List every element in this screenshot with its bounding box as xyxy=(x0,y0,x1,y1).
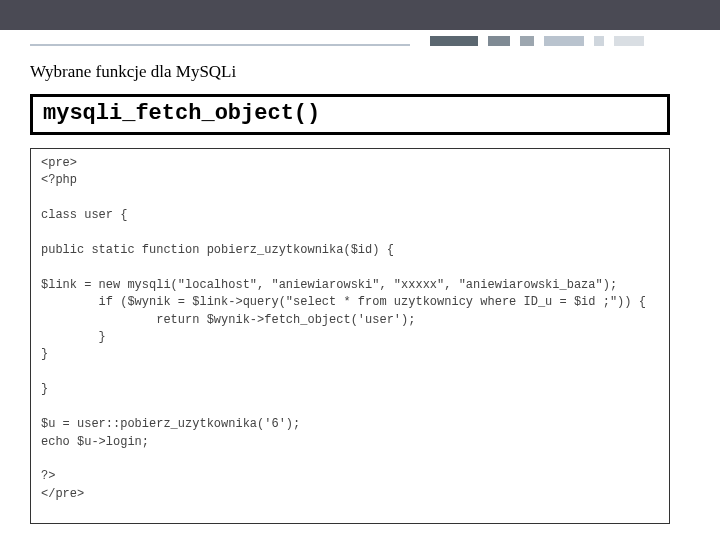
header-stripe xyxy=(0,0,720,30)
accent-bar xyxy=(614,36,644,46)
header-accent-bars xyxy=(430,36,644,50)
code-line: ?> xyxy=(41,469,55,483)
accent-bar xyxy=(544,36,584,46)
code-line: $u = user::pobierz_uzytkownika('6'); xyxy=(41,417,300,431)
accent-bar xyxy=(488,36,510,46)
code-line: } xyxy=(41,347,48,361)
code-box: <pre> <?php class user { public static f… xyxy=(30,148,670,524)
header-divider xyxy=(30,44,410,46)
code-line: $link = new mysqli("localhost", "aniewia… xyxy=(41,278,617,292)
function-name-box: mysqli_fetch_object() xyxy=(30,94,670,135)
code-line: <pre> xyxy=(41,156,77,170)
code-line: class user { xyxy=(41,208,127,222)
code-line: echo $u->login; xyxy=(41,435,149,449)
accent-bar xyxy=(430,36,478,46)
code-listing: <pre> <?php class user { public static f… xyxy=(41,155,659,503)
code-line: return $wynik->fetch_object('user'); xyxy=(41,313,415,327)
slide: Wybrane funkcje dla MySQLi mysqli_fetch_… xyxy=(0,0,720,540)
code-line: public static function pobierz_uzytkowni… xyxy=(41,243,394,257)
function-name: mysqli_fetch_object() xyxy=(43,101,320,126)
code-line: </pre> xyxy=(41,487,84,501)
section-title: Wybrane funkcje dla MySQLi xyxy=(30,62,236,82)
code-line: } xyxy=(41,382,48,396)
accent-bar xyxy=(594,36,604,46)
code-line: } xyxy=(41,330,106,344)
code-line: <?php xyxy=(41,173,77,187)
code-line: if ($wynik = $link->query("select * from… xyxy=(41,295,646,309)
accent-bar xyxy=(520,36,534,46)
